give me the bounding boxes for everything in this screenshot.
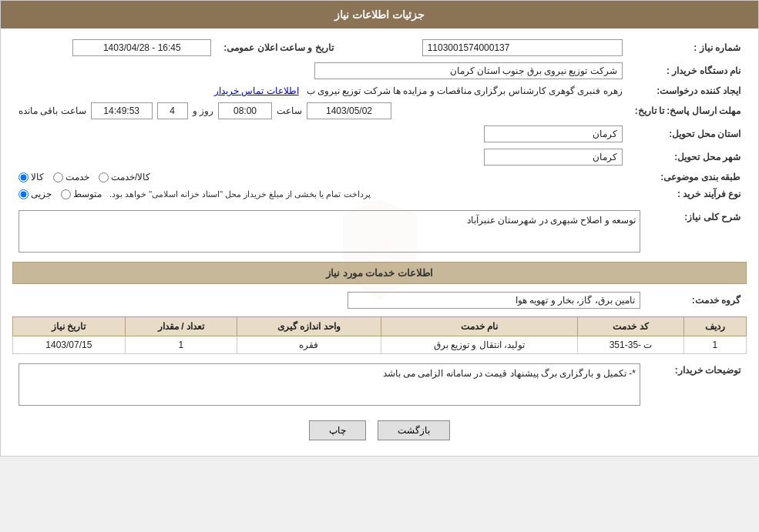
mohlat-saat-input: 08:00 xyxy=(218,102,272,119)
gorooh-value: تامین برق، گاز، بخار و تهویه هوا xyxy=(12,289,646,312)
mohlat-date-input: 1403/05/02 xyxy=(307,102,391,119)
ettelaat-tamas-link[interactable]: اطلاعات تماس خریدار xyxy=(214,85,299,96)
mohlat-baqi-label: ساعت باقی مانده xyxy=(18,105,86,116)
button-group: بازگشت چاپ xyxy=(12,420,747,440)
nooe-jozyi-radio[interactable] xyxy=(18,189,29,199)
row-nam-dastgah: نام دستگاه خریدار : شرکت توزیع نیروی برق… xyxy=(12,59,747,82)
services-tbody: 1ت -35-351تولید، انتقال و توزیع برقفقره1… xyxy=(13,336,747,354)
nooe-label: نوع فرآیند خرید : xyxy=(629,186,747,202)
cell-radif: 1 xyxy=(683,336,746,354)
page-header: جزئیات اطلاعات نیاز xyxy=(1,1,758,28)
nooe-motawaset[interactable]: متوسط xyxy=(61,189,102,199)
gorooh-table: گروه خدمت: تامین برق، گاز، بخار و تهویه … xyxy=(12,289,747,312)
tabaqe-khedmat[interactable]: خدمت xyxy=(53,172,89,182)
mohlat-baqi-input: 14:49:53 xyxy=(91,102,153,119)
nooe-value: پرداخت تمام یا بخشی از مبلغ خریداز محل "… xyxy=(12,186,629,202)
tosiyat-text: *- تکمیل و بارگزاری برگ پیشنهاد قیمت در … xyxy=(383,368,636,379)
mohlat-value: 1403/05/02 ساعت 08:00 روز و 4 14:49:53 س… xyxy=(12,99,629,122)
shahr-value: کرمان xyxy=(12,146,629,169)
nam-dastgah-input: شرکت توزیع نیروی برق جنوب استان کرمان xyxy=(314,62,623,79)
tosiyat-label: توضیحات خریدار: xyxy=(646,360,747,409)
tabaqe-kala-radio[interactable] xyxy=(18,172,29,182)
tosiyat-table: توضیحات خریدار: *- تکمیل و بارگزاری برگ … xyxy=(12,360,747,409)
main-content: شماره نیاز : 1103001574000137 تاریخ و سا… xyxy=(1,28,758,456)
tabaqe-label: طبقه بندی موضوعی: xyxy=(629,169,747,186)
page-title: جزئیات اطلاعات نیاز xyxy=(334,8,425,21)
page-wrapper: جزئیات اطلاعات نیاز شماره نیاز : 1103001… xyxy=(0,0,759,457)
row-shomara: شماره نیاز : 1103001574000137 تاریخ و سا… xyxy=(12,36,747,59)
ostan-value: کرمان xyxy=(12,122,629,146)
col-vahed: واحد اندازه گیری xyxy=(237,317,381,336)
mohlat-rooz-label: روز و xyxy=(193,105,213,116)
mohlat-label: مهلت ارسال پاسخ: تا تاریخ: xyxy=(629,99,747,122)
gorooh-input: تامین برق، گاز، بخار و تهویه هوا xyxy=(348,292,640,309)
cell-tedad: 1 xyxy=(125,336,237,354)
tabaqe-kala-label: کالا xyxy=(31,172,44,182)
nooe-jozyi[interactable]: جزیی xyxy=(18,189,52,199)
ijad-label: ایجاد کننده درخواست: xyxy=(629,82,747,99)
sharh-value-cell: توسعه و اصلاح شبهری در شهرستان عنبرآباد xyxy=(12,207,646,256)
gorooh-label: گروه خدمت: xyxy=(646,289,747,312)
mohlat-saat-label: ساعت xyxy=(277,105,302,116)
nam-dastgah-label: نام دستگاه خریدار : xyxy=(629,59,747,82)
tabaqe-khedmat-radio[interactable] xyxy=(53,172,63,182)
tarikh-value: 1403/04/28 - 16:45 xyxy=(12,36,217,59)
shahr-input: کرمان xyxy=(484,149,623,166)
date-row: 1403/05/02 ساعت 08:00 روز و 4 14:49:53 س… xyxy=(18,102,623,119)
row-nooe: نوع فرآیند خرید : پرداخت تمام یا بخشی از… xyxy=(12,186,747,202)
tabaqe-kala-khedmat-label: کالا/خدمت xyxy=(111,172,150,182)
section2-header: اطلاعات خدمات مورد نیاز xyxy=(12,262,747,284)
cell-tarikh: 1403/07/15 xyxy=(13,336,126,354)
row-ostan: استان محل تحویل: کرمان xyxy=(12,122,747,146)
row-tabaqe: طبقه بندی موضوعی: کالا/خدمت خدمت کالا xyxy=(12,169,747,186)
cell-kod_khedmat: ت -35-351 xyxy=(578,336,683,354)
row-mohlat: مهلت ارسال پاسخ: تا تاریخ: 1403/05/02 سا… xyxy=(12,99,747,122)
cell-vahed: فقره xyxy=(237,336,381,354)
shomara-label: شماره نیاز : xyxy=(629,36,747,59)
nooe-note: پرداخت تمام یا بخشی از مبلغ خریداز محل "… xyxy=(109,189,371,199)
row-ijad: ایجاد کننده درخواست: زهره فنبری گوهری کا… xyxy=(12,82,747,99)
sharh-textarea[interactable]: توسعه و اصلاح شبهری در شهرستان عنبرآباد xyxy=(18,210,640,253)
shahr-label: شهر محل تحویل: xyxy=(629,146,747,169)
sharh-label: شرح کلی نیاز: xyxy=(646,207,747,256)
services-header-row: ردیف کد خدمت نام خدمت واحد اندازه گیری ت… xyxy=(13,317,747,336)
tabaqe-kala-khedmat[interactable]: کالا/خدمت xyxy=(99,172,150,182)
table-row: 1ت -35-351تولید، انتقال و توزیع برقفقره1… xyxy=(13,336,747,354)
info-table: شماره نیاز : 1103001574000137 تاریخ و سا… xyxy=(12,36,747,202)
sharh-table: شرح کلی نیاز: توسعه و اصلاح شبهری در شهر… xyxy=(12,207,747,256)
tabaqe-value: کالا/خدمت خدمت کالا xyxy=(12,169,629,186)
ijad-text: زهره فنبری گوهری کارشناس برگزاری مناقصات… xyxy=(307,85,623,96)
services-table: ردیف کد خدمت نام خدمت واحد اندازه گیری ت… xyxy=(12,316,747,354)
nooe-jozyi-label: جزیی xyxy=(31,189,52,199)
tosiyat-textarea[interactable]: *- تکمیل و بارگزاری برگ پیشنهاد قیمت در … xyxy=(18,363,640,406)
tabaqe-kala[interactable]: کالا xyxy=(18,172,44,182)
row-tosiyat: توضیحات خریدار: *- تکمیل و بارگزاری برگ … xyxy=(12,360,747,409)
ostan-label: استان محل تحویل: xyxy=(629,122,747,146)
print-button[interactable]: چاپ xyxy=(309,420,366,440)
row-sharh: شرح کلی نیاز: توسعه و اصلاح شبهری در شهر… xyxy=(12,207,747,256)
sharh-text: توسعه و اصلاح شبهری در شهرستان عنبرآباد xyxy=(467,215,636,226)
ijad-value: زهره فنبری گوهری کارشناس برگزاری مناقصات… xyxy=(12,82,629,99)
tabaqe-kala-khedmat-radio[interactable] xyxy=(99,172,109,182)
tosiyat-value-cell: *- تکمیل و بارگزاری برگ پیشنهاد قیمت در … xyxy=(12,360,646,409)
row-gorooh: گروه خدمت: تامین برق، گاز، بخار و تهویه … xyxy=(12,289,747,312)
tabaqe-radio-group: کالا/خدمت خدمت کالا xyxy=(18,172,623,182)
col-kod: کد خدمت xyxy=(578,317,683,336)
nooe-radio-group: متوسط جزیی xyxy=(18,189,102,199)
cell-name_khedmat: تولید، انتقال و توزیع برق xyxy=(381,336,578,354)
nooe-motawaset-label: متوسط xyxy=(73,189,102,199)
tarikh-label: تاریخ و ساعت اعلان عمومی: xyxy=(217,36,339,59)
row-shahr: شهر محل تحویل: کرمان xyxy=(12,146,747,169)
mohlat-rooz-input: 4 xyxy=(157,102,188,119)
col-tedad: تعداد / مقدار xyxy=(125,317,237,336)
nooe-row: پرداخت تمام یا بخشی از مبلغ خریداز محل "… xyxy=(18,189,623,199)
nooe-motawaset-radio[interactable] xyxy=(61,189,71,199)
services-thead: ردیف کد خدمت نام خدمت واحد اندازه گیری ت… xyxy=(13,317,747,336)
shomara-value: 1103001574000137 xyxy=(340,36,629,59)
tabaqe-khedmat-label: خدمت xyxy=(65,172,89,182)
col-tarikh: تاریخ نیاز xyxy=(13,317,126,336)
back-button[interactable]: بازگشت xyxy=(378,420,450,440)
tarikh-input: 1403/04/28 - 16:45 xyxy=(72,39,211,56)
col-radif: ردیف xyxy=(683,317,746,336)
col-name: نام خدمت xyxy=(381,317,578,336)
